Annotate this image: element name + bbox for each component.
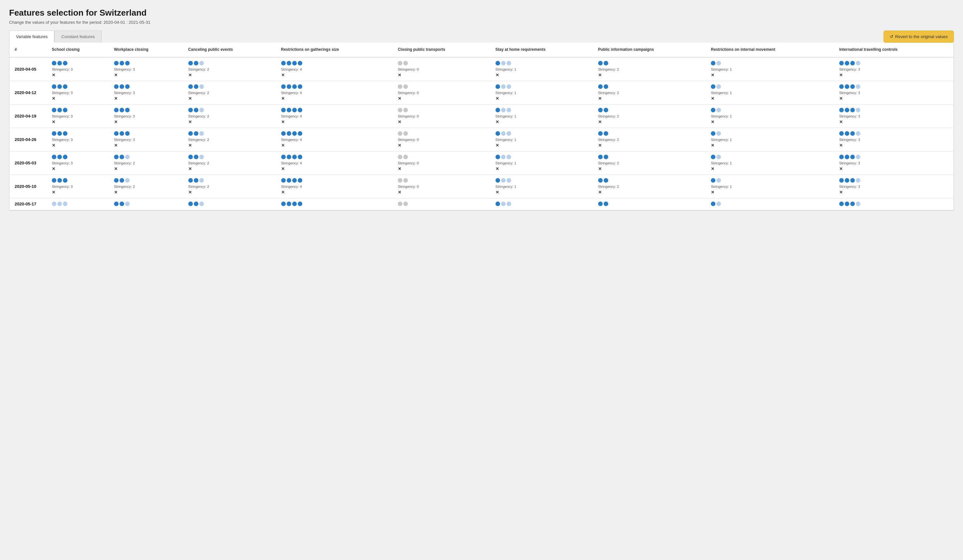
x-mark-r0-c6[interactable]: ✕ <box>598 73 705 78</box>
cell-r3-c4[interactable]: Stringency: 0✕ <box>394 128 492 151</box>
x-mark-r4-c0[interactable]: ✕ <box>52 167 107 171</box>
cell-r5-c1[interactable]: Stringency: 2✕ <box>111 175 185 198</box>
cell-r4-c0[interactable]: Stringency: 3✕ <box>49 151 111 175</box>
x-mark-r4-c1[interactable]: ✕ <box>114 167 182 171</box>
x-mark-r1-c7[interactable]: ✕ <box>711 96 833 101</box>
cell-r3-c5[interactable]: Stringency: 1✕ <box>492 128 595 151</box>
x-mark-r2-c1[interactable]: ✕ <box>114 120 182 125</box>
cell-r1-c5[interactable]: Stringency: 1✕ <box>492 81 595 104</box>
cell-r6-c4[interactable] <box>394 198 492 210</box>
cell-r0-c2[interactable]: Stringency: 2✕ <box>185 57 278 81</box>
cell-r2-c3[interactable]: Stringency: 4✕ <box>278 104 395 128</box>
x-mark-r5-c5[interactable]: ✕ <box>496 190 592 195</box>
cell-r4-c1[interactable]: Stringency: 2✕ <box>111 151 185 175</box>
cell-r1-c6[interactable]: Stringency: 2✕ <box>595 81 708 104</box>
x-mark-r5-c7[interactable]: ✕ <box>711 190 833 195</box>
x-mark-r0-c8[interactable]: ✕ <box>839 73 950 78</box>
x-mark-r4-c8[interactable]: ✕ <box>839 167 950 171</box>
cell-r0-c7[interactable]: Stringency: 1✕ <box>708 57 836 81</box>
cell-r0-c3[interactable]: Stringency: 4✕ <box>278 57 395 81</box>
x-mark-r0-c4[interactable]: ✕ <box>398 73 489 78</box>
cell-r2-c7[interactable]: Stringency: 1✕ <box>708 104 836 128</box>
cell-r4-c8[interactable]: Stringency: 3✕ <box>836 151 953 175</box>
cell-r6-c1[interactable] <box>111 198 185 210</box>
revert-button[interactable]: ↺ Revert to the original values <box>884 31 954 43</box>
cell-r0-c0[interactable]: Stringency: 3✕ <box>49 57 111 81</box>
cell-r3-c1[interactable]: Stringency: 3✕ <box>111 128 185 151</box>
x-mark-r2-c4[interactable]: ✕ <box>398 120 489 125</box>
cell-r3-c7[interactable]: Stringency: 1✕ <box>708 128 836 151</box>
cell-r3-c6[interactable]: Stringency: 2✕ <box>595 128 708 151</box>
x-mark-r4-c7[interactable]: ✕ <box>711 167 833 171</box>
x-mark-r0-c1[interactable]: ✕ <box>114 73 182 78</box>
cell-r1-c7[interactable]: Stringency: 1✕ <box>708 81 836 104</box>
x-mark-r2-c5[interactable]: ✕ <box>496 120 592 125</box>
cell-r3-c0[interactable]: Stringency: 3✕ <box>49 128 111 151</box>
x-mark-r1-c8[interactable]: ✕ <box>839 96 950 101</box>
x-mark-r4-c6[interactable]: ✕ <box>598 167 705 171</box>
x-mark-r5-c2[interactable]: ✕ <box>188 190 275 195</box>
x-mark-r2-c8[interactable]: ✕ <box>839 120 950 125</box>
x-mark-r2-c0[interactable]: ✕ <box>52 120 107 125</box>
cell-r1-c0[interactable]: Stringency: 3✕ <box>49 81 111 104</box>
x-mark-r5-c6[interactable]: ✕ <box>598 190 705 195</box>
cell-r2-c6[interactable]: Stringency: 2✕ <box>595 104 708 128</box>
x-mark-r1-c2[interactable]: ✕ <box>188 96 275 101</box>
x-mark-r1-c4[interactable]: ✕ <box>398 96 489 101</box>
x-mark-r5-c1[interactable]: ✕ <box>114 190 182 195</box>
cell-r5-c7[interactable]: Stringency: 1✕ <box>708 175 836 198</box>
cell-r3-c8[interactable]: Stringency: 3✕ <box>836 128 953 151</box>
cell-r3-c3[interactable]: Stringency: 4✕ <box>278 128 395 151</box>
cell-r5-c6[interactable]: Stringency: 2✕ <box>595 175 708 198</box>
cell-r4-c3[interactable]: Stringency: 4✕ <box>278 151 395 175</box>
cell-r4-c2[interactable]: Stringency: 2✕ <box>185 151 278 175</box>
x-mark-r3-c8[interactable]: ✕ <box>839 143 950 148</box>
x-mark-r3-c6[interactable]: ✕ <box>598 143 705 148</box>
cell-r6-c3[interactable] <box>278 198 395 210</box>
x-mark-r3-c5[interactable]: ✕ <box>496 143 592 148</box>
cell-r5-c5[interactable]: Stringency: 1✕ <box>492 175 595 198</box>
x-mark-r4-c2[interactable]: ✕ <box>188 167 275 171</box>
cell-r4-c4[interactable]: Stringency: 0✕ <box>394 151 492 175</box>
cell-r2-c0[interactable]: Stringency: 3✕ <box>49 104 111 128</box>
cell-r6-c6[interactable] <box>595 198 708 210</box>
cell-r1-c2[interactable]: Stringency: 2✕ <box>185 81 278 104</box>
x-mark-r3-c3[interactable]: ✕ <box>281 143 392 148</box>
x-mark-r3-c7[interactable]: ✕ <box>711 143 833 148</box>
x-mark-r5-c4[interactable]: ✕ <box>398 190 489 195</box>
cell-r3-c2[interactable]: Stringency: 2✕ <box>185 128 278 151</box>
x-mark-r3-c4[interactable]: ✕ <box>398 143 489 148</box>
cell-r5-c2[interactable]: Stringency: 2✕ <box>185 175 278 198</box>
x-mark-r3-c1[interactable]: ✕ <box>114 143 182 148</box>
cell-r0-c5[interactable]: Stringency: 1✕ <box>492 57 595 81</box>
tab-variable-features[interactable]: Variable features <box>9 31 54 43</box>
cell-r6-c0[interactable] <box>49 198 111 210</box>
cell-r0-c4[interactable]: Stringency: 0✕ <box>394 57 492 81</box>
x-mark-r1-c5[interactable]: ✕ <box>496 96 592 101</box>
cell-r2-c4[interactable]: Stringency: 0✕ <box>394 104 492 128</box>
x-mark-r0-c0[interactable]: ✕ <box>52 73 107 78</box>
x-mark-r4-c4[interactable]: ✕ <box>398 167 489 171</box>
x-mark-r5-c0[interactable]: ✕ <box>52 190 107 195</box>
x-mark-r2-c6[interactable]: ✕ <box>598 120 705 125</box>
cell-r5-c3[interactable]: Stringency: 4✕ <box>278 175 395 198</box>
cell-r2-c5[interactable]: Stringency: 1✕ <box>492 104 595 128</box>
x-mark-r1-c6[interactable]: ✕ <box>598 96 705 101</box>
x-mark-r0-c5[interactable]: ✕ <box>496 73 592 78</box>
x-mark-r1-c1[interactable]: ✕ <box>114 96 182 101</box>
x-mark-r4-c3[interactable]: ✕ <box>281 167 392 171</box>
x-mark-r5-c8[interactable]: ✕ <box>839 190 950 195</box>
cell-r6-c8[interactable] <box>836 198 953 210</box>
cell-r6-c7[interactable] <box>708 198 836 210</box>
x-mark-r0-c3[interactable]: ✕ <box>281 73 392 78</box>
x-mark-r2-c2[interactable]: ✕ <box>188 120 275 125</box>
cell-r4-c7[interactable]: Stringency: 1✕ <box>708 151 836 175</box>
cell-r2-c2[interactable]: Stringency: 2✕ <box>185 104 278 128</box>
cell-r2-c8[interactable]: Stringency: 3✕ <box>836 104 953 128</box>
x-mark-r1-c0[interactable]: ✕ <box>52 96 107 101</box>
cell-r1-c3[interactable]: Stringency: 4✕ <box>278 81 395 104</box>
cell-r2-c1[interactable]: Stringency: 3✕ <box>111 104 185 128</box>
x-mark-r5-c3[interactable]: ✕ <box>281 190 392 195</box>
x-mark-r3-c2[interactable]: ✕ <box>188 143 275 148</box>
cell-r5-c4[interactable]: Stringency: 0✕ <box>394 175 492 198</box>
